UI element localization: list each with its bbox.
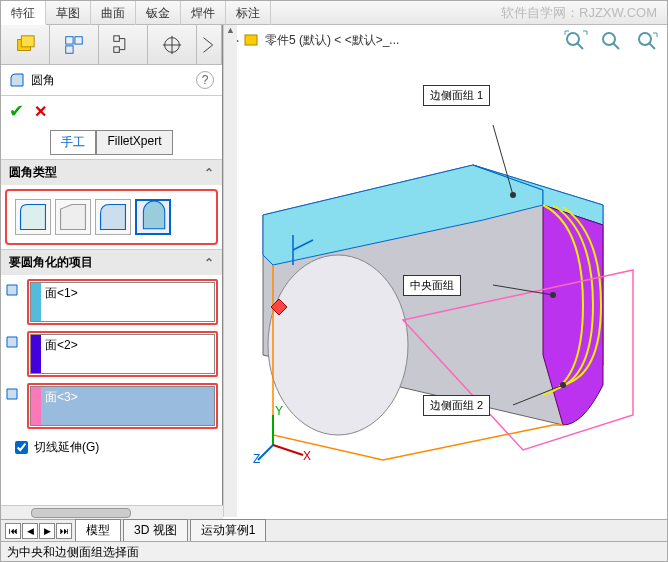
mode-manual[interactable]: 手工: [50, 130, 96, 155]
zoom-prev-icon[interactable]: [635, 29, 661, 51]
zoom-fit-icon[interactable]: [563, 29, 589, 51]
fillet-icon: [9, 72, 25, 88]
tangent-label: 切线延伸(G): [34, 439, 99, 456]
collapse-icon[interactable]: ⌃: [204, 256, 214, 270]
svg-rect-2: [66, 36, 73, 43]
svg-point-14: [550, 292, 556, 298]
collapse-icon[interactable]: ⌃: [204, 166, 214, 180]
panel-tab-display[interactable]: [50, 25, 99, 64]
panel-hscroll[interactable]: [1, 505, 223, 519]
tab-sheetmetal[interactable]: 钣金: [136, 1, 181, 25]
tangent-checkbox[interactable]: [15, 441, 28, 454]
property-panel: 圆角 ? ✔ ✕ 手工 FilletXpert 圆角类型 ⌃ 要圆角化: [1, 25, 223, 525]
zoom-area-icon[interactable]: [599, 29, 625, 51]
panel-tab-target[interactable]: [148, 25, 197, 64]
face-set-1[interactable]: 面<1>: [30, 282, 215, 322]
help-button[interactable]: ?: [196, 71, 214, 89]
tab-feature[interactable]: 特征: [1, 1, 46, 25]
callout-center[interactable]: 中央面组: [403, 275, 461, 296]
svg-text:Y: Y: [275, 405, 283, 418]
face-1-label: 面<1>: [41, 283, 214, 321]
svg-rect-6: [114, 46, 120, 52]
svg-rect-5: [114, 35, 120, 41]
face-icon: [5, 333, 21, 349]
bottom-tabs: ⏮ ◀ ▶ ⏭ 模型 3D 视图 运动算例1: [1, 519, 667, 541]
ribbon-tabs: 特征 草图 曲面 钣金 焊件 标注 软件自学网：RJZXW.COM: [1, 1, 667, 25]
tab-weld[interactable]: 焊件: [181, 1, 226, 25]
panel-tab-strip: [1, 25, 222, 65]
face-2-label: 面<2>: [41, 335, 214, 373]
watermark-text: 软件自学网：RJZXW.COM: [501, 4, 657, 22]
section-fillet-type[interactable]: 圆角类型 ⌃: [1, 160, 222, 185]
nav-last[interactable]: ⏭: [56, 523, 72, 539]
mode-xpert[interactable]: FilletXpert: [96, 130, 172, 155]
svg-rect-4: [66, 45, 73, 52]
section-items[interactable]: 要圆角化的项目 ⌃: [1, 250, 222, 275]
panel-tab-tree[interactable]: [99, 25, 148, 64]
nav-prev[interactable]: ◀: [22, 523, 38, 539]
tab-nav: ⏮ ◀ ▶ ⏭: [5, 523, 73, 539]
svg-rect-3: [75, 36, 82, 43]
btab-3dview[interactable]: 3D 视图: [123, 519, 188, 542]
panel-title: 圆角: [31, 72, 55, 89]
callout-side2[interactable]: 边侧面组 2: [423, 395, 490, 416]
face-set-2[interactable]: 面<2>: [30, 334, 215, 374]
svg-rect-1: [21, 35, 34, 46]
tab-annotate[interactable]: 标注: [226, 1, 271, 25]
face-3-label: 面<3>: [41, 387, 214, 425]
svg-point-13: [510, 192, 516, 198]
svg-point-15: [560, 382, 566, 388]
panel-actions: ✔ ✕: [1, 96, 222, 126]
fillet-type-variable[interactable]: [55, 199, 91, 235]
cancel-button[interactable]: ✕: [34, 102, 47, 121]
breadcrumb[interactable]: ▸ 零件5 (默认) < <默认>_...: [233, 31, 399, 49]
fillet-type-constant[interactable]: [15, 199, 51, 235]
btab-model[interactable]: 模型: [75, 519, 121, 542]
panel-tab-more[interactable]: [197, 25, 222, 64]
tab-surface[interactable]: 曲面: [91, 1, 136, 25]
breadcrumb-text: 零件5 (默认) < <默认>_...: [265, 32, 399, 49]
splitter[interactable]: ▲: [223, 25, 237, 517]
svg-rect-8: [245, 35, 257, 45]
face-set-3[interactable]: 面<3>: [30, 386, 215, 426]
mode-switch: 手工 FilletXpert: [1, 130, 222, 155]
panel-header: 圆角 ?: [1, 65, 222, 96]
panel-tab-feature[interactable]: [1, 25, 50, 64]
view-tools: [563, 29, 661, 51]
part-icon: [243, 31, 261, 49]
section-type-label: 圆角类型: [9, 164, 57, 181]
face-icon: [5, 281, 21, 297]
callout-side1[interactable]: 边侧面组 1: [423, 85, 490, 106]
fillet-type-group: [5, 189, 218, 245]
fillet-type-full-round[interactable]: [135, 199, 171, 235]
face-selection-list: 面<1> 面<2> 面<3> 切线延伸(G): [1, 275, 222, 464]
view-axes: Y X Z: [253, 405, 313, 465]
ok-button[interactable]: ✔: [9, 100, 24, 122]
face-icon: [5, 385, 21, 401]
nav-first[interactable]: ⏮: [5, 523, 21, 539]
nav-next[interactable]: ▶: [39, 523, 55, 539]
3d-viewport[interactable]: ▸ 零件5 (默认) < <默认>_...: [223, 25, 667, 525]
fillet-type-face[interactable]: [95, 199, 131, 235]
status-bar: 为中央和边侧面组选择面: [1, 541, 667, 561]
tab-sketch[interactable]: 草图: [46, 1, 91, 25]
tangent-row: 切线延伸(G): [5, 435, 218, 460]
svg-text:Z: Z: [253, 452, 260, 465]
svg-text:X: X: [303, 449, 311, 463]
section-items-label: 要圆角化的项目: [9, 254, 93, 271]
btab-motion[interactable]: 运动算例1: [190, 519, 267, 542]
